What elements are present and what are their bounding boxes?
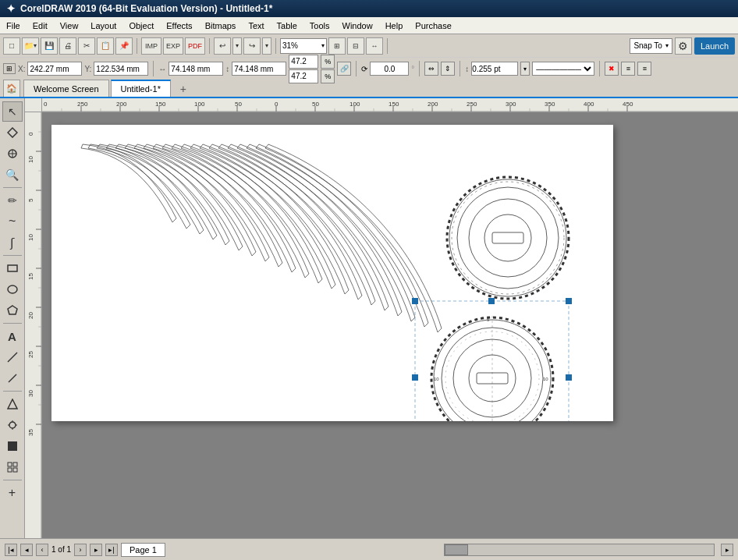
add-tool-button[interactable]: + [2,483,23,503]
height-input[interactable] [232,62,286,76]
menu-view[interactable]: View [54,19,85,32]
menu-window[interactable]: Window [336,19,379,32]
horiz-scrollbar[interactable] [444,544,715,556]
cut-button[interactable]: ✂ [78,37,95,55]
coord-sep3 [419,61,420,76]
canvas-wrapper[interactable]: 0 250 200 150 100 50 0 50 100 [25,98,738,538]
menu-purchase[interactable]: Purchase [409,19,457,32]
next-page-small[interactable]: › [74,544,87,556]
redo-button[interactable]: ↪ [243,37,261,55]
rectangle-tool[interactable] [2,258,23,278]
scrollbar-thumb[interactable] [445,544,468,555]
copy-button[interactable]: 📋 [97,37,114,55]
width-input[interactable] [169,62,223,76]
canvas-svg[interactable]: 5 5 10 10 15 [51,125,613,421]
redo-drop-button[interactable]: ▾ [262,37,271,55]
save-button[interactable]: 💾 [41,37,58,55]
svg-text:0: 0 [27,132,34,136]
ellipse-tool[interactable] [2,279,23,299]
eyedropper-tool[interactable] [2,415,23,435]
svg-text:25: 25 [27,351,34,358]
menu-effects[interactable]: Effects [160,19,198,32]
zoom-tool[interactable]: 🔍 [2,165,23,185]
svg-text:50: 50 [312,101,319,108]
pattern-tool[interactable] [2,457,23,477]
next-page-button[interactable]: ▸ [90,544,102,556]
stroke-style-select[interactable]: —————— - - - - - · · · · · [532,62,594,76]
lock-ratio-button[interactable]: 🔗 [337,62,351,76]
zoom-width-button[interactable]: ↔ [366,37,383,55]
home-tab[interactable]: 🏠 [3,80,20,97]
menu-layout[interactable]: Layout [84,19,122,32]
launch-button[interactable]: Launch [694,37,735,55]
undo-drop-button[interactable]: ▾ [232,37,242,55]
prev-page-button[interactable]: ◂ [20,544,33,556]
svg-text:0: 0 [44,101,48,108]
settings-button[interactable]: ⚙ [675,37,692,55]
smartdraw-tool[interactable]: ~ [2,211,23,232]
statusbar: |◂ ◂ ‹ 1 of 1 › ▸ ▸| Page 1 ▸ [0,538,738,560]
menu-text[interactable]: Text [242,19,270,32]
open-button[interactable]: 📁▾ [22,37,39,55]
crop-tool[interactable] [2,144,23,164]
page-1-tab[interactable]: Page 1 [121,543,165,557]
mirror-v-button[interactable]: ⇕ [441,62,455,76]
menu-tools[interactable]: Tools [303,19,336,32]
stroke-input[interactable] [471,62,518,76]
select-tool[interactable]: ↖ [2,101,23,122]
sep3 [275,38,276,54]
angle-input[interactable] [370,62,409,76]
menu-table[interactable]: Table [271,19,303,32]
freehand-tool[interactable]: ✏ [2,190,23,211]
pct-w-input[interactable] [289,55,318,69]
svg-text:30: 30 [27,390,34,397]
line-tool[interactable] [2,347,23,367]
artistic-media-tool[interactable]: ʃ [2,232,23,253]
stroke-drop[interactable]: ▾ [520,62,530,76]
shape-edit-tool[interactable] [2,122,23,143]
paste-button[interactable]: 📌 [115,37,133,55]
new-button[interactable]: □ [3,37,20,55]
svg-rect-18 [13,468,17,472]
first-page-button[interactable]: |◂ [5,544,17,556]
tab-welcome-screen[interactable]: Welcome Screen [23,80,109,97]
menu-edit[interactable]: Edit [27,19,54,32]
zoom-control[interactable]: 31% ▾ [280,38,327,54]
mirror-h-button[interactable]: ⇔ [424,62,438,76]
menu-bitmaps[interactable]: Bitmaps [199,19,243,32]
export-button[interactable]: EXP [163,37,183,55]
zoom-page-button[interactable]: ⊟ [347,37,364,55]
svg-text:10: 10 [27,156,34,163]
titlebar: ✦ CorelDRAW 2019 (64-Bit Evaluation Vers… [0,0,738,17]
stroke-remove-button[interactable]: ≡ [621,62,635,76]
x-input[interactable] [27,62,82,76]
menu-object[interactable]: Object [122,19,160,32]
scroll-right-button[interactable]: ▸ [721,544,733,556]
polygon-tool[interactable] [2,300,23,321]
import-button[interactable]: IMP [141,37,161,55]
pct-h-input[interactable] [289,69,318,83]
pdf-button[interactable]: PDF [185,37,205,55]
print-button[interactable]: 🖨 [59,37,76,55]
add-tab-button[interactable]: + [176,81,191,97]
last-page-button[interactable]: ▸| [105,544,118,556]
svg-rect-17 [8,468,12,472]
connector-tool[interactable] [2,368,23,388]
toolbar1: □ 📁▾ 💾 🖨 ✂ 📋 📌 IMP EXP PDF ↩ ▾ ↪ ▾ 31% ▾… [0,34,738,58]
prev-page-small[interactable]: ‹ [36,544,48,556]
tab-untitled1[interactable]: Untitled-1* [111,80,171,97]
x-label: X: [18,65,25,73]
menu-help[interactable]: Help [379,19,410,32]
zoom-full-button[interactable]: ⊞ [328,37,346,55]
y-input[interactable] [94,62,148,76]
text-tool[interactable]: A [2,326,23,346]
fill-remove-button[interactable]: ✖ [605,62,619,76]
toolbox: ↖ 🔍 ✏ ~ ʃ A [0,98,25,538]
undo-button[interactable]: ↩ [214,37,231,55]
menu-file[interactable]: File [0,19,27,32]
text-align-button[interactable]: ≡ [637,62,651,76]
snap-to-control[interactable]: Snap To ▾ [630,38,672,54]
interactive-tool[interactable] [2,394,23,414]
gear-bottom-selected[interactable]: 5 5 10 10 15 [412,298,572,421]
fill-tool[interactable] [2,436,23,456]
